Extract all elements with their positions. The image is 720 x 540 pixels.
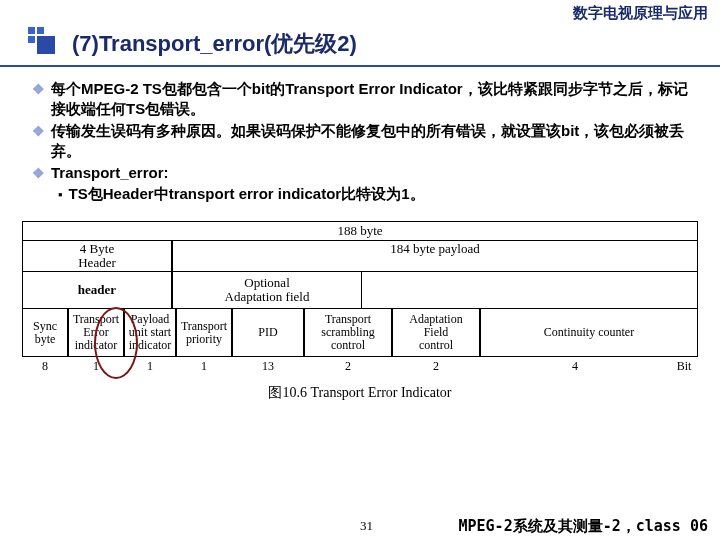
field-pid: PID bbox=[232, 309, 304, 357]
field-adaptation-control: Adaptation Field control bbox=[392, 309, 480, 357]
bullet-text: 每个MPEG-2 TS包都包含一个bit的Transport Error Ind… bbox=[51, 79, 696, 119]
bits-tsc: 2 bbox=[304, 357, 392, 376]
optional-adaptation-field-label: Optional Adaptation field bbox=[172, 272, 362, 309]
bullet-item: ❖ Transport_error: bbox=[32, 163, 696, 183]
bits-tp: 1 bbox=[176, 357, 232, 376]
square-icon: ▪ bbox=[58, 185, 63, 205]
field-transport-error-indicator: Transport Error indicator bbox=[68, 309, 124, 357]
top-title: 数字电视原理与应用 bbox=[0, 0, 720, 23]
bits-afc: 2 bbox=[392, 357, 480, 376]
bits-sync: 8 bbox=[22, 357, 68, 376]
bullet-text: Transport_error: bbox=[51, 163, 169, 183]
bullet-item: ❖ 传输发生误码有多种原因。如果误码保护不能修复包中的所有错误，就设置该bit，… bbox=[32, 121, 696, 161]
payload-label: 184 byte payload bbox=[172, 241, 698, 272]
bullet-item: ❖ 每个MPEG-2 TS包都包含一个bit的Transport Error I… bbox=[32, 79, 696, 119]
bullet-text: 传输发生误码有多种原因。如果误码保护不能修复包中的所有错误，就设置该bit，该包… bbox=[51, 121, 696, 161]
header-fields-row: Sync byte Transport Error indicator Payl… bbox=[22, 309, 698, 357]
diamond-icon: ❖ bbox=[32, 163, 45, 183]
total-length-label: 188 byte bbox=[22, 221, 698, 241]
blank-cell bbox=[362, 272, 698, 309]
field-sync-byte: Sync byte bbox=[22, 309, 68, 357]
field-payload-unit-start: Payload unit start indicator bbox=[124, 309, 176, 357]
sub-bullet-item: ▪ TS包Header中transport error indicator比特设… bbox=[58, 185, 696, 205]
bits-pid: 13 bbox=[232, 357, 304, 376]
page-number: 31 bbox=[360, 518, 373, 534]
field-transport-priority: Transport priority bbox=[176, 309, 232, 357]
figure-caption: 图10.6 Transport Error Indicator bbox=[22, 384, 698, 402]
field-scrambling-control: Transport scrambling control bbox=[304, 309, 392, 357]
bits-cc: 4 bbox=[480, 357, 670, 376]
section-heading: (7)Transport_error(优先级2) bbox=[0, 23, 720, 67]
bullet-list: ❖ 每个MPEG-2 TS包都包含一个bit的Transport Error I… bbox=[0, 75, 720, 215]
bits-pusi: 1 bbox=[124, 357, 176, 376]
bit-unit-label: Bit bbox=[670, 357, 698, 376]
logo-icon bbox=[28, 27, 62, 51]
diamond-icon: ❖ bbox=[32, 121, 45, 161]
footer: 31 MPEG-2系统及其测量-2，class 06 bbox=[0, 518, 720, 534]
diamond-icon: ❖ bbox=[32, 79, 45, 119]
footer-right-text: MPEG-2系统及其测量-2，class 06 bbox=[459, 517, 709, 536]
header-label: header bbox=[22, 272, 172, 309]
field-continuity-counter: Continuity counter bbox=[480, 309, 698, 357]
bullet-text: TS包Header中transport error indicator比特设为1… bbox=[69, 185, 425, 205]
bit-widths-row: 8 1 1 1 13 2 2 4 Bit bbox=[22, 357, 698, 376]
bits-tei: 1 bbox=[68, 357, 124, 376]
section-title: (7)Transport_error(优先级2) bbox=[72, 31, 357, 56]
packet-structure-figure: 188 byte 4 Byte Header 184 byte payload … bbox=[22, 221, 698, 402]
header-4byte-label: 4 Byte Header bbox=[22, 241, 172, 272]
